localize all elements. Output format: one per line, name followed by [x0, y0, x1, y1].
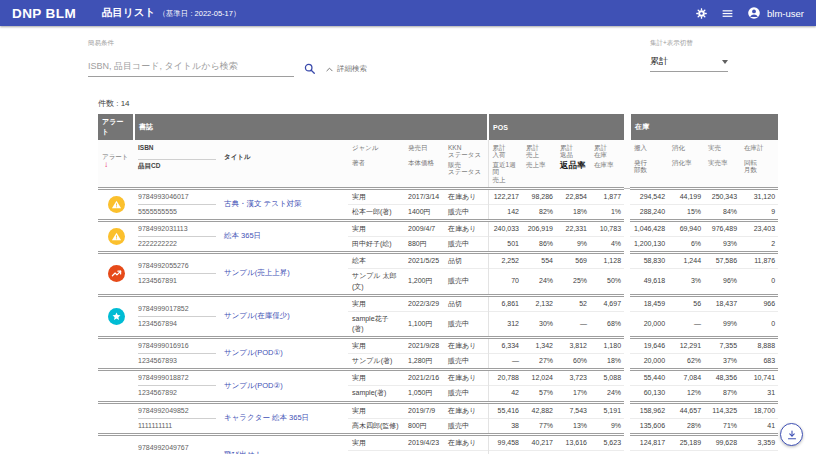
column-header-pos_returns[interactable]: 累計 返品返品率 — [556, 140, 590, 188]
column-header-status[interactable]: KKN ステータス販売 ステータス — [444, 140, 488, 188]
cell-kkn-status: 在庫あり — [444, 370, 488, 386]
cell-isbn-code: 97849930460175555555555 — [134, 188, 220, 220]
cell-release-date: 2021/5/25 — [404, 253, 444, 269]
cell-stock_consumed-2: — — [668, 311, 704, 337]
column-header-stock_total[interactable]: 在庫計回転 月数 — [740, 140, 778, 188]
title-link[interactable]: 古典・漢文 テスト対策 — [224, 199, 344, 210]
column-header-isbn[interactable]: ISBN品目CD — [134, 140, 220, 188]
cell-pos_sales: 554 — [522, 253, 556, 269]
title-link[interactable]: キャラクター 絵本 365日 — [224, 413, 344, 424]
cell-stock_total: 23,403 — [740, 220, 778, 236]
search-input[interactable] — [88, 61, 294, 71]
cell-stock_consumed: 44,657 — [668, 402, 704, 418]
cell-alert — [98, 253, 134, 295]
cell-kkn-status: 在庫あり — [444, 220, 488, 236]
column-header-stock_sales[interactable]: 実売実売率 — [704, 140, 740, 188]
cell-stock_in: 58,830 — [630, 253, 668, 269]
cell-kkn-status: 品切 — [444, 253, 488, 269]
settings-gear-icon[interactable] — [695, 7, 708, 20]
cell-price: 1,050円 — [404, 386, 444, 402]
isbn-value: 9784992055276 — [138, 261, 216, 271]
menu-icon[interactable] — [721, 7, 734, 20]
page-title: 品目リスト （基準日 : 2022-05-17） — [102, 6, 240, 20]
cell-sales-status: 販売中 — [444, 204, 488, 220]
column-header-release[interactable]: 発売日本体価格 — [404, 140, 444, 188]
column-header-pos_arrival[interactable]: 累計 入荷直近1週間 売上 — [488, 140, 522, 188]
cell-pos_returns-2: 25% — [556, 269, 590, 295]
search-icon[interactable] — [303, 62, 316, 77]
cell-price: 1,280円 — [404, 354, 444, 370]
title-link[interactable]: サンプル(在庫僅少) — [224, 311, 344, 322]
cell-pos_stock-2: 50% — [590, 269, 624, 295]
column-header-stock_in[interactable]: 搬入発行 部数 — [630, 140, 668, 188]
cell-stock_consumed-2: 6% — [668, 237, 704, 253]
cell-stock_total-2: 31 — [740, 386, 778, 402]
cell-pos_arrival: 6,861 — [488, 295, 522, 311]
cell-stock_consumed-2: 12% — [668, 386, 704, 402]
column-header-title[interactable]: タイトル — [220, 140, 348, 188]
item-table: アラート 書誌 POS 在庫 アラート↓ISBN品目CDタイトルジャンル著者発売… — [98, 114, 778, 454]
isbn-value: 9784999016916 — [138, 341, 216, 351]
download-icon — [786, 429, 798, 441]
cell-isbn-code: 97849990178521234567894 — [134, 295, 220, 337]
cell-pos_arrival: 55,416 — [488, 402, 522, 418]
title-link[interactable]: 絵本 365日 — [224, 231, 344, 242]
cell-alert — [98, 402, 134, 434]
search-input-underline — [88, 55, 294, 77]
cell-pos_stock: 5,623 — [590, 434, 624, 450]
cell-author: 田中好子(絵) — [348, 237, 404, 253]
cell-isbn-code: 97849920498521111111111 — [134, 402, 220, 434]
cell-genre: 実用 — [348, 188, 404, 204]
user-avatar-icon[interactable] — [747, 6, 761, 20]
cell-sales-status: 販売中 — [444, 354, 488, 370]
app-header: DNP BLM 品目リスト （基準日 : 2022-05-17） — [0, 0, 816, 26]
cell-pos_arrival: 122,217 — [488, 188, 522, 204]
cell-title: 古典・漢文 テスト対策 — [220, 188, 348, 220]
cell-pos_arrival: 99,458 — [488, 434, 522, 450]
cell-price: 800円 — [404, 418, 444, 434]
title-link[interactable]: サンプル(売上上昇) — [224, 268, 344, 279]
item-code-value: 1234567893 — [138, 356, 216, 366]
title-link[interactable]: 飛び出せ！ — [224, 450, 344, 454]
cell-stock_sales: 18,437 — [704, 295, 740, 311]
cell-pos_stock-2: 9% — [590, 451, 624, 454]
cell-genre: 実用 — [348, 402, 404, 418]
warning-alert-icon — [108, 196, 125, 213]
title-link[interactable]: サンプル(POD①) — [224, 348, 344, 359]
isbn-value: 9784993046017 — [138, 192, 216, 202]
cell-stock_consumed-2: 20% — [668, 451, 704, 454]
cell-pos_sales: 40,217 — [522, 434, 556, 450]
toolbar: 簡易条件 詳細検索 集計+表示切替 累計 — [0, 26, 816, 77]
cell-sales-status: 販売中 — [444, 269, 488, 295]
cell-stock_in-2: 49,618 — [630, 269, 668, 295]
column-header-pos_sales[interactable]: 累計 売上売上率 — [522, 140, 556, 188]
item-code-value: 1234567894 — [138, 319, 216, 329]
result-count: 件数 : 14 — [98, 98, 816, 109]
column-header-genre[interactable]: ジャンル著者 — [348, 140, 404, 188]
item-code-value: 1111111111 — [138, 421, 216, 431]
isbn-value: 9784992049852 — [138, 406, 216, 416]
cell-release-date: 2019/7/9 — [404, 402, 444, 418]
isbn-code-divider — [138, 385, 216, 386]
advanced-search-toggle[interactable]: 詳細検索 — [325, 64, 367, 77]
column-header-alert[interactable]: アラート↓ — [98, 140, 134, 188]
cell-pos_sales: 98,286 — [522, 188, 556, 204]
cell-pos_stock: 5,191 — [590, 402, 624, 418]
cell-author: sample花子(著) — [348, 311, 404, 337]
isbn-value: 9784999018872 — [138, 373, 216, 383]
download-button[interactable] — [780, 423, 803, 446]
title-link[interactable]: サンプル(POD②) — [224, 381, 344, 392]
cell-stock_sales: 48,356 — [704, 370, 740, 386]
cell-stock_sales: 976,489 — [704, 220, 740, 236]
column-header-pos_stock[interactable]: 累計 在庫在庫率 — [590, 140, 624, 188]
aggregation-select[interactable]: 累計 — [650, 55, 728, 72]
column-header-stock_consumed[interactable]: 消化消化率 — [668, 140, 704, 188]
cell-stock_in: 19,646 — [630, 338, 668, 354]
table-row: 97849920311132222222222絵本 365日実用2009/4/7… — [98, 220, 778, 236]
cell-genre: 実用 — [348, 295, 404, 311]
cell-stock_sales: 7,355 — [704, 338, 740, 354]
cell-pos_returns: 569 — [556, 253, 590, 269]
app-logo: DNP BLM — [12, 6, 76, 21]
aggregation-value: 累計 — [650, 55, 668, 68]
cell-pos_sales: 206,919 — [522, 220, 556, 236]
